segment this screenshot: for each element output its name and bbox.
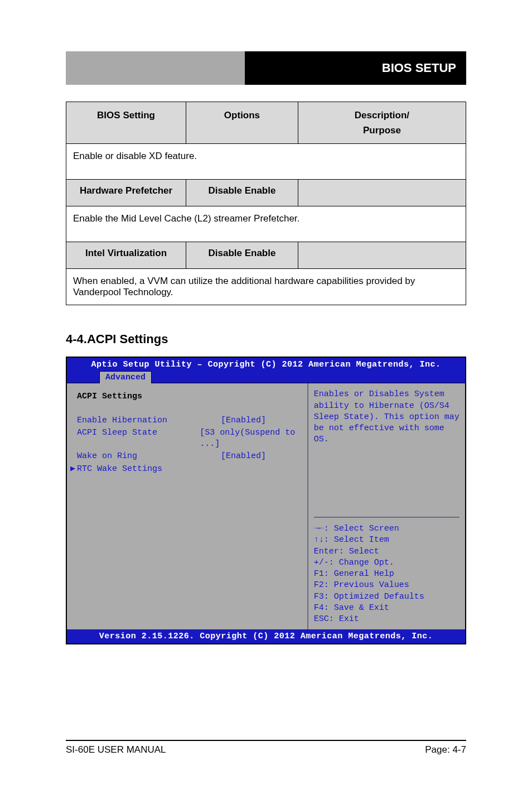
bios-help-line: Enables or Disables System [314,389,460,400]
bios-help-panel: Enables or Disables System ability to Hi… [307,383,465,629]
bios-hint-line: F4: Save & Exit [314,603,460,614]
bios-menu-value: [Enabled] [221,415,266,426]
bios-menu-key: Enable Hibernation [77,415,221,426]
bios-key-hints: →←: Select Screen ↑↓: Select Item Enter:… [314,517,460,625]
table-header-desc-l1: Description/ [355,110,409,121]
table-header-desc-l2: Purpose [363,125,401,136]
table-cell-desc: When enabled, a VVM can utilize the addi… [66,269,466,305]
bios-menu-item[interactable]: ▶ RTC Wake Settings [77,464,303,475]
table-header-desc: Description/ Purpose [298,102,466,144]
bios-footer-bar: Version 2.15.1226. Copyright (C) 2012 Am… [67,629,465,643]
bios-help-text: Enables or Disables System ability to Hi… [314,389,460,445]
bios-help-line: be not effective with some OS. [314,423,460,446]
bios-titlebar: Aptio Setup Utility – Copyright (C) 2012… [67,358,465,370]
table-cell-setting: Hardware Prefetcher [66,180,186,206]
table-cell-desc: Enable or disable XD feature. [66,144,466,180]
section-heading: 4-4.ACPI Settings [66,332,466,346]
submenu-arrow-icon: ▶ [70,464,75,475]
bios-hint-line: ESC: Exit [314,614,460,625]
bios-menu-value: [Enabled] [221,451,266,462]
bios-menu-item[interactable]: Enable Hibernation [Enabled] [77,415,303,426]
bios-options-table: BIOS Setting Options Description/ Purpos… [66,102,466,305]
footer-page-number: Page: 4-7 [425,744,466,755]
bios-menu-panel: ACPI Settings Enable Hibernation [Enable… [67,383,307,629]
bios-hint-line: →←: Select Screen [314,523,460,535]
table-cell-setting: Intel Virtualization [66,242,186,269]
bios-help-line: ability to Hibernate (OS/S4 [314,401,460,412]
bios-menu-value: [S3 only(Suspend to ...] [200,427,303,450]
bios-tab-row: Advanced [67,370,465,383]
bios-hint-line: ↑↓: Select Item [314,535,460,546]
table-header-setting: BIOS Setting [66,102,186,144]
table-row: Intel Virtualization Disable Enable [66,242,466,269]
table-header-options: Options [186,102,298,144]
table-cell-desc: Enable the Mid Level Cache (L2) streamer… [66,206,466,242]
table-row: When enabled, a VVM can utilize the addi… [66,269,466,305]
page-footer: SI-60E USER MANUAL Page: 4-7 [66,740,466,755]
bios-menu-key: RTC Wake Settings [77,464,221,475]
table-cell-options: Disable Enable [186,180,298,206]
bios-menu-item[interactable]: Wake on Ring [Enabled] [77,451,303,462]
bios-menu-key: ACPI Sleep State [77,427,200,450]
bios-hint-line: +/-: Change Opt. [314,557,460,569]
bios-tab-advanced[interactable]: Advanced [99,371,152,383]
bios-hint-line: F1: General Help [314,569,460,580]
table-cell-options: Disable Enable [186,242,298,269]
bios-help-line: Sleep State). This option may [314,412,460,423]
chapter-header-label: BIOS SETUP [382,61,456,75]
footer-manual-name: SI-60E USER MANUAL [66,744,166,755]
table-cell-blank [298,180,466,206]
bios-hint-line: Enter: Select [314,546,460,557]
chapter-header-left [66,51,245,85]
bios-screenshot: Aptio Setup Utility – Copyright (C) 2012… [66,357,466,644]
table-row: Enable or disable XD feature. [66,144,466,180]
table-row: Enable the Mid Level Cache (L2) streamer… [66,206,466,242]
bios-hint-line: F3: Optimized Defaults [314,591,460,603]
bios-menu-key: Wake on Ring [77,451,221,462]
bios-hint-line: F2: Previous Values [314,580,460,591]
bios-body: ACPI Settings Enable Hibernation [Enable… [67,383,465,629]
table-cell-blank [298,242,466,269]
table-row: Hardware Prefetcher Disable Enable [66,180,466,206]
bios-menu-item[interactable]: ACPI Sleep State [S3 only(Suspend to ...… [77,427,303,450]
bios-panel-heading: ACPI Settings [77,391,303,402]
chapter-header-right: BIOS SETUP [245,51,466,85]
chapter-header: BIOS SETUP [66,51,466,85]
